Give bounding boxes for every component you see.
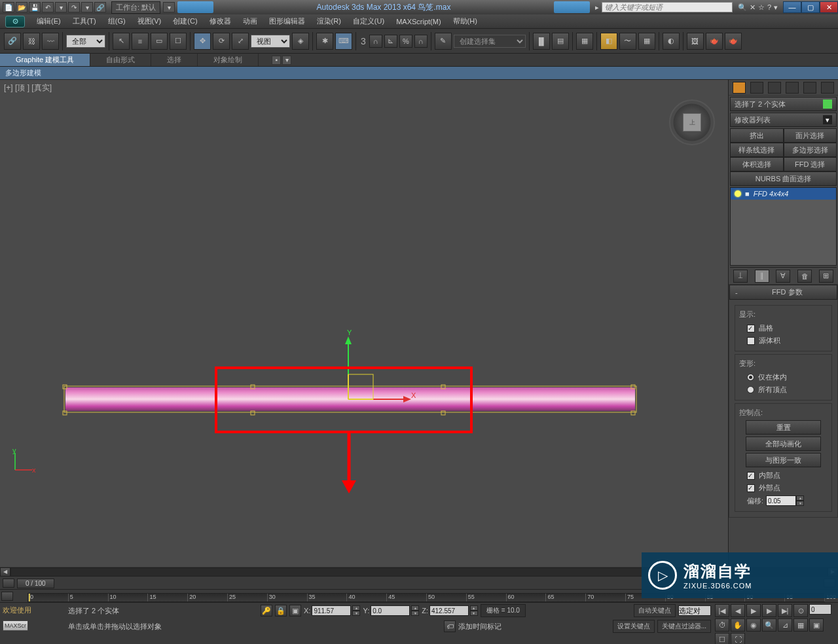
show-result-icon[interactable]: ∥ [755, 270, 769, 283]
workspace-arrow[interactable]: ▾ [163, 2, 175, 12]
nav-zoom[interactable]: 🔍 [762, 618, 776, 632]
angle-snap[interactable]: ⊾ [384, 35, 397, 48]
material-editor[interactable]: ◐ [663, 33, 680, 50]
search-icon[interactable]: 🔍 [738, 3, 747, 12]
menu-tools[interactable]: 工具(T) [73, 16, 96, 26]
pin-stack-icon[interactable]: ⟘ [733, 270, 748, 283]
mod-btn-poly[interactable]: 多边形选择 [784, 143, 837, 157]
isolate-icon[interactable]: ▣ [289, 605, 301, 617]
source-check[interactable]: 源体积 [739, 334, 828, 347]
offset-input[interactable] [766, 495, 796, 506]
menu-modifiers[interactable]: 修改器 [210, 16, 231, 26]
involume-radio[interactable]: 仅在体内 [739, 371, 828, 384]
dropdown-arrow-icon[interactable]: ▾ [823, 115, 832, 124]
keyboard-tool[interactable]: ⌨ [335, 33, 352, 50]
motion-tab-icon[interactable] [786, 82, 799, 94]
z-input[interactable] [429, 605, 469, 616]
nav-pan[interactable]: ✋ [731, 618, 745, 632]
animate-all-button[interactable]: 全部动画化 [746, 437, 821, 451]
spin-up[interactable]: ▴ [796, 495, 804, 501]
remove-mod-icon[interactable]: 🗑 [797, 270, 812, 283]
modifier-stack[interactable]: ■ FFD 4x4x4 [730, 187, 837, 266]
save-icon[interactable]: 💾 [29, 2, 41, 12]
key-icon[interactable]: 🔑 [261, 605, 272, 617]
mod-btn-nurbs[interactable]: NURBS 曲面选择 [730, 171, 837, 186]
viewport[interactable]: [+] [顶 ] [真实] 上 [0, 80, 728, 567]
select-tool[interactable]: ↖ [113, 33, 130, 50]
move-tool[interactable]: ✥ [194, 33, 211, 50]
nav-fov[interactable]: ⊿ [778, 618, 792, 632]
unlink-tool[interactable]: ⛓ [23, 33, 40, 50]
workspace-selector[interactable]: 工作台: 默认 [111, 1, 160, 14]
stack-item-ffd[interactable]: ■ FFD 4x4x4 [731, 188, 836, 200]
y-input[interactable] [371, 605, 410, 616]
keyfilter-button[interactable]: 关键点过滤器... [657, 620, 711, 633]
layer-tool[interactable]: ▦ [576, 33, 593, 50]
star-icon[interactable]: ☆ [758, 3, 765, 12]
menu-grapheditors[interactable]: 图形编辑器 [269, 16, 305, 26]
rotate-tool[interactable]: ⟳ [213, 33, 230, 50]
mod-btn-spline[interactable]: 样条线选择 [730, 143, 784, 157]
minimize-button[interactable]: — [783, 1, 801, 13]
render-setup[interactable]: 🖼 [687, 33, 704, 50]
inner-check[interactable]: 内部点 [739, 469, 828, 482]
nav-zoomall[interactable]: ▦ [793, 618, 808, 632]
help-drop-icon[interactable]: ▾ [774, 3, 778, 12]
time-config[interactable]: ⏱ [715, 618, 729, 632]
mod-btn-patch[interactable]: 面片选择 [784, 128, 837, 143]
rollout-header[interactable]: - FFD 参数 [729, 285, 837, 300]
timeline-lock-icon[interactable] [1, 592, 13, 601]
spinner-snap[interactable]: ∩ [414, 35, 428, 48]
select-rect[interactable]: ▭ [151, 33, 168, 50]
menu-views[interactable]: 视图(V) [137, 16, 162, 26]
play-button[interactable]: ▶ [746, 604, 761, 617]
exchange-icon[interactable]: ✕ [750, 3, 756, 12]
snap-toggle[interactable]: ∩ [369, 35, 382, 48]
cloud-icon-2[interactable] [554, 1, 590, 13]
selection-filter[interactable]: 全部 [66, 35, 105, 48]
mirror-tool[interactable]: ▐▌ [533, 33, 550, 50]
tab-graphite[interactable]: Graphite 建模工具 [0, 54, 90, 66]
render-frame[interactable]: 🫖 [706, 33, 723, 50]
nav-zext[interactable]: ▣ [809, 618, 824, 632]
maximize-button[interactable]: ▢ [801, 1, 820, 13]
menu-animation[interactable]: 动画 [243, 16, 257, 26]
select-window[interactable]: ☐ [170, 33, 187, 50]
allverts-radio[interactable]: 所有顶点 [739, 384, 828, 396]
prev-frame[interactable]: ◀ [731, 604, 745, 617]
menu-customize[interactable]: 自定义(U) [353, 16, 384, 26]
bulb-icon[interactable] [735, 190, 741, 197]
modify-tab-icon[interactable] [750, 82, 763, 94]
bind-tool[interactable]: 〰 [42, 33, 59, 50]
mod-btn-extrude[interactable]: 挤出 [730, 128, 784, 143]
schematic-view[interactable]: ▦ [638, 33, 655, 50]
config-icon[interactable]: ⊞ [819, 270, 833, 283]
display-tab-icon[interactable] [803, 82, 816, 94]
modifier-dropdown[interactable]: 修改器列表 ▾ [730, 113, 837, 127]
collapse-icon[interactable]: - [735, 289, 738, 296]
link-icon[interactable]: 🔗 [94, 2, 106, 12]
selected-input[interactable] [678, 605, 711, 616]
time-display[interactable]: 0 / 100 [17, 579, 54, 588]
ref-coord[interactable]: 视图 [251, 35, 290, 48]
undo-icon[interactable]: ↶ [42, 2, 54, 12]
tab-selection[interactable]: 选择 [151, 54, 198, 66]
curve-editor[interactable]: 〜 [619, 33, 636, 50]
time-config-icon[interactable] [3, 579, 14, 588]
utilities-tab-icon[interactable] [821, 82, 834, 94]
create-tab-icon[interactable] [733, 82, 746, 94]
select-name-tool[interactable]: ≡ [132, 33, 149, 50]
help-icon[interactable]: ? [767, 3, 771, 12]
spin-down[interactable]: ▾ [796, 501, 804, 506]
next-frame[interactable]: ▶ [762, 604, 776, 617]
nav-max[interactable]: ⛶ [731, 633, 745, 644]
cloud-icon[interactable] [177, 1, 213, 13]
new-icon[interactable]: 📄 [3, 2, 14, 12]
unique-icon[interactable]: ∀ [776, 270, 790, 283]
tag-icon[interactable]: 🏷 [444, 620, 456, 632]
conform-button[interactable]: 与图形一致 [746, 453, 821, 467]
scale-tool[interactable]: ⤢ [232, 33, 249, 50]
menu-help[interactable]: 帮助(H) [453, 16, 477, 26]
graphite-toggle[interactable]: ◧ [600, 33, 617, 50]
add-time-tag[interactable]: 添加时间标记 [458, 622, 501, 632]
